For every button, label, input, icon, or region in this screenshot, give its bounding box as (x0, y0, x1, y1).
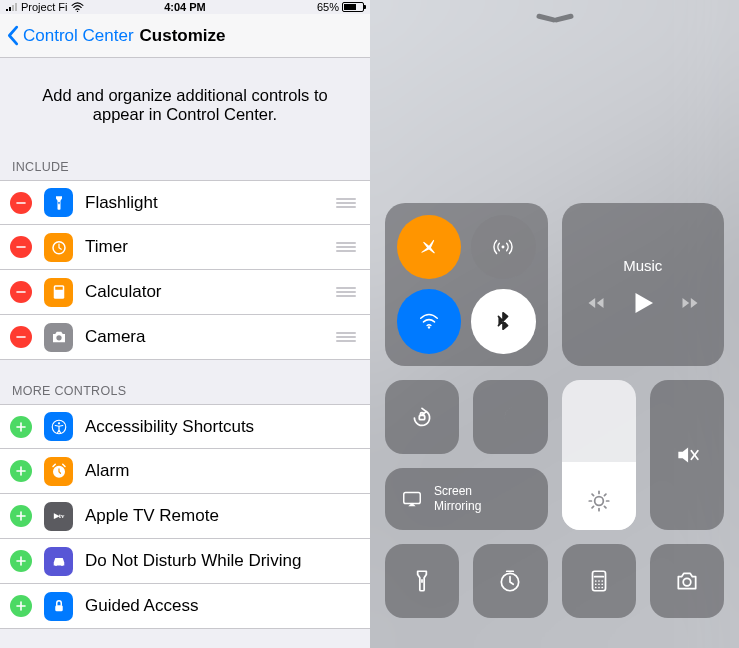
add-button[interactable] (10, 460, 32, 482)
svg-point-40 (601, 580, 603, 582)
wifi-toggle[interactable] (397, 289, 461, 353)
next-track-icon[interactable] (680, 293, 700, 313)
svg-rect-26 (55, 605, 63, 611)
flashlight-icon (44, 188, 73, 217)
add-button[interactable] (10, 505, 32, 527)
list-row: ▶tvApple TV Remote (0, 494, 370, 539)
screen-mirroring-tile[interactable]: Screen Mirroring (385, 468, 548, 530)
row-label: Apple TV Remote (85, 506, 219, 526)
svg-point-41 (595, 583, 597, 585)
add-button[interactable] (10, 416, 32, 438)
bluetooth-toggle[interactable] (471, 289, 535, 353)
settings-pane: Project Fi 4:04 PM 65% Control Center Cu… (0, 0, 370, 648)
battery-icon (342, 2, 364, 12)
dnd-tile[interactable] (473, 380, 547, 454)
remove-button[interactable] (10, 326, 32, 348)
music-platter[interactable]: Music (562, 203, 725, 366)
cellular-toggle[interactable] (471, 215, 535, 279)
flashlight-tile[interactable] (385, 544, 459, 618)
svg-point-46 (601, 587, 603, 589)
svg-point-23 (60, 564, 62, 566)
row-label: Camera (85, 327, 145, 347)
grabber-handle[interactable] (537, 18, 573, 23)
music-title: Music (623, 257, 662, 274)
camera-tile[interactable] (650, 544, 724, 618)
svg-point-44 (595, 587, 597, 589)
svg-text:▶tv: ▶tv (52, 512, 64, 520)
nav-bar: Control Center Customize (0, 14, 370, 58)
list-row: Calculator (0, 270, 370, 315)
svg-point-27 (502, 246, 505, 249)
car-icon (44, 547, 73, 576)
svg-point-47 (683, 578, 691, 586)
row-label: Flashlight (85, 193, 158, 213)
control-center-pane: Music Screen Mirroring (370, 0, 739, 648)
alarm-icon (44, 457, 73, 486)
back-button[interactable]: Control Center (6, 25, 134, 46)
status-bar: Project Fi 4:04 PM 65% (0, 0, 370, 14)
svg-point-45 (598, 587, 600, 589)
lock-icon (44, 592, 73, 621)
timer-tile[interactable] (473, 544, 547, 618)
svg-point-22 (54, 564, 56, 566)
connectivity-platter[interactable] (385, 203, 548, 366)
brightness-slider[interactable] (562, 380, 636, 530)
status-clock: 4:04 PM (0, 1, 370, 13)
svg-point-43 (601, 583, 603, 585)
svg-point-13 (57, 422, 59, 424)
row-label: Do Not Disturb While Driving (85, 551, 301, 571)
svg-rect-7 (55, 287, 63, 290)
drag-handle[interactable] (336, 242, 356, 252)
drag-handle[interactable] (336, 332, 356, 342)
volume-slider[interactable] (650, 380, 724, 530)
list-row: Accessibility Shortcuts (0, 404, 370, 449)
add-button[interactable] (10, 550, 32, 572)
calculator-tile[interactable] (562, 544, 636, 618)
orientation-lock-tile[interactable] (385, 380, 459, 454)
row-label: Timer (85, 237, 128, 257)
section-header-include: INCLUDE (0, 154, 370, 180)
play-icon[interactable] (628, 288, 658, 318)
instruction-text: Add and organize additional controls to … (0, 58, 370, 154)
row-label: Accessibility Shortcuts (85, 417, 254, 437)
list-row: Flashlight (0, 180, 370, 225)
svg-point-9 (56, 335, 61, 340)
section-header-more: MORE CONTROLS (0, 378, 370, 404)
camera-icon (44, 323, 73, 352)
timer-icon (44, 233, 73, 262)
screen-mirroring-label: Screen Mirroring (434, 484, 481, 513)
calculator-icon (44, 278, 73, 307)
drag-handle[interactable] (336, 287, 356, 297)
remove-button[interactable] (10, 236, 32, 258)
svg-point-28 (428, 327, 430, 329)
airplane-toggle[interactable] (397, 215, 461, 279)
remove-button[interactable] (10, 192, 32, 214)
drag-handle[interactable] (336, 198, 356, 208)
svg-point-38 (595, 580, 597, 582)
list-row: Camera (0, 315, 370, 360)
list-row: Timer (0, 225, 370, 270)
appletv-icon: ▶tv (44, 502, 73, 531)
row-label: Guided Access (85, 596, 198, 616)
prev-track-icon[interactable] (586, 293, 606, 313)
nav-title: Customize (140, 26, 226, 46)
svg-rect-33 (404, 492, 421, 503)
accessibility-icon (44, 412, 73, 441)
row-label: Calculator (85, 282, 162, 302)
add-button[interactable] (10, 595, 32, 617)
svg-point-30 (594, 496, 603, 505)
list-row: Guided Access (0, 584, 370, 629)
list-row: Do Not Disturb While Driving (0, 539, 370, 584)
row-label: Alarm (85, 461, 129, 481)
svg-point-39 (598, 580, 600, 582)
remove-button[interactable] (10, 281, 32, 303)
list-row: Alarm (0, 449, 370, 494)
svg-point-42 (598, 583, 600, 585)
back-label: Control Center (23, 26, 134, 46)
